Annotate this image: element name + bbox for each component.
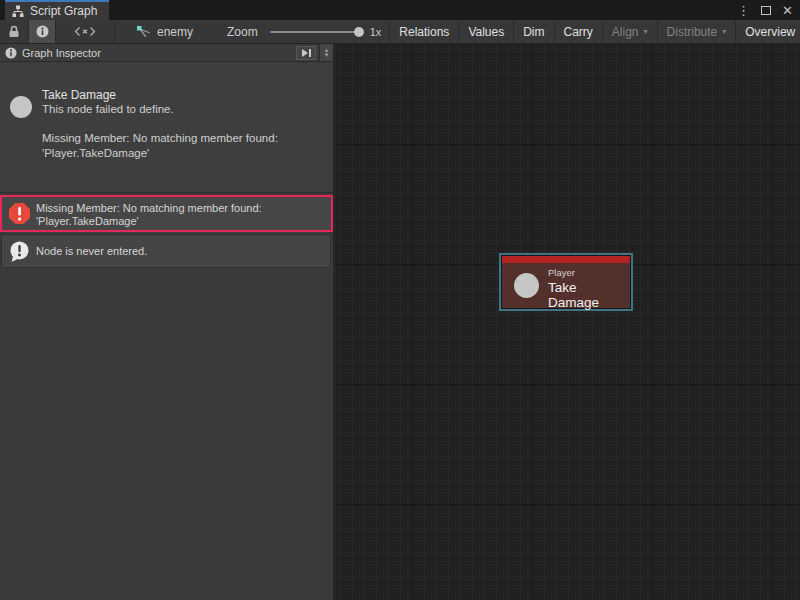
graph-inspector-header: Graph Inspector ▲ ▼ xyxy=(0,44,333,62)
tab-label: Script Graph xyxy=(30,4,97,18)
values-button[interactable]: Values xyxy=(458,20,513,43)
node-info-section: Take Damage This node failed to define. … xyxy=(0,63,333,193)
relations-button[interactable]: Relations xyxy=(389,20,458,43)
graph-canvas[interactable]: Player Take Damage xyxy=(336,44,800,600)
menu-kebab-icon[interactable]: ⋮ xyxy=(737,4,750,17)
toolbar-left-group: enemy Zoom 1x xyxy=(0,20,381,43)
graph-inspector-panel: Graph Inspector ▲ ▼ Take Damage This nod… xyxy=(0,44,333,600)
error-message-line2: 'Player.TakeDamage' xyxy=(36,215,139,227)
warning-bubble-icon xyxy=(9,241,30,263)
inspector-toggle-button[interactable] xyxy=(28,20,56,43)
node-target-label: Player xyxy=(548,267,575,278)
node-error-detail-line2: 'Player.TakeDamage' xyxy=(42,147,149,159)
code-view-button[interactable] xyxy=(56,20,114,43)
missing-member-error[interactable]: Missing Member: No matching member found… xyxy=(0,195,333,232)
zoom-label: Zoom xyxy=(227,25,258,39)
distribute-dropdown: Distribute ▾ xyxy=(657,20,736,43)
node-title-label: Take Damage xyxy=(548,280,631,310)
node-icon xyxy=(514,273,539,298)
zoom-value: 1x xyxy=(370,26,382,38)
dock-right-icon xyxy=(301,48,312,58)
dim-button[interactable]: Dim xyxy=(513,20,553,43)
zoom-slider[interactable] xyxy=(270,31,362,33)
lock-button[interactable] xyxy=(0,20,28,43)
info-icon xyxy=(36,25,49,38)
graph-reference-label: enemy xyxy=(157,25,193,39)
chevron-down-icon: ▾ xyxy=(644,27,648,36)
take-damage-node[interactable]: Player Take Damage xyxy=(499,253,633,311)
node-error-header-strip xyxy=(502,256,630,263)
dock-panel-button[interactable] xyxy=(296,46,316,60)
node-title: Take Damage xyxy=(42,88,116,102)
align-dropdown: Align ▾ xyxy=(602,20,657,43)
close-icon[interactable]: ✕ xyxy=(782,4,793,17)
graph-toolbar: enemy Zoom 1x Relations Values Dim Carry xyxy=(0,20,800,44)
tab-script-graph[interactable]: Script Graph xyxy=(5,0,109,20)
node-type-icon xyxy=(10,96,32,118)
toolbar-right-group: Relations Values Dim Carry Align ▾ Distr… xyxy=(389,20,800,43)
carry-button[interactable]: Carry xyxy=(554,20,602,43)
node-status-text: This node failed to define. xyxy=(42,103,174,115)
info-icon xyxy=(5,47,17,59)
chevron-down-icon: ▾ xyxy=(722,27,726,36)
overview-button[interactable]: Overview xyxy=(735,20,800,43)
graph-pointer-icon xyxy=(137,26,151,38)
scroll-down-icon[interactable]: ▼ xyxy=(324,53,330,58)
panel-scroll-stepper[interactable]: ▲ ▼ xyxy=(319,44,333,61)
panel-title: Graph Inspector xyxy=(22,47,296,59)
never-entered-warning[interactable]: Node is never entered. xyxy=(1,234,331,268)
zoom-control: Zoom 1x xyxy=(227,25,381,39)
title-bar: Script Graph ⋮ ✕ xyxy=(0,0,800,20)
error-message-line1: Missing Member: No matching member found… xyxy=(36,202,262,214)
lock-icon xyxy=(8,25,20,38)
code-brackets-icon xyxy=(74,26,96,37)
script-graph-window: Script Graph ⋮ ✕ xyxy=(0,0,800,600)
zoom-slider-knob[interactable] xyxy=(354,27,364,37)
warning-message: Node is never entered. xyxy=(36,245,147,257)
maximize-icon[interactable] xyxy=(761,6,771,15)
toolbar-divider xyxy=(114,20,115,44)
window-controls: ⋮ ✕ xyxy=(737,0,793,20)
graph-reference[interactable]: enemy xyxy=(137,25,193,39)
node-error-detail-line1: Missing Member: No matching member found… xyxy=(42,132,278,144)
graph-hierarchy-icon xyxy=(12,5,24,17)
error-octagon-icon xyxy=(9,203,30,224)
